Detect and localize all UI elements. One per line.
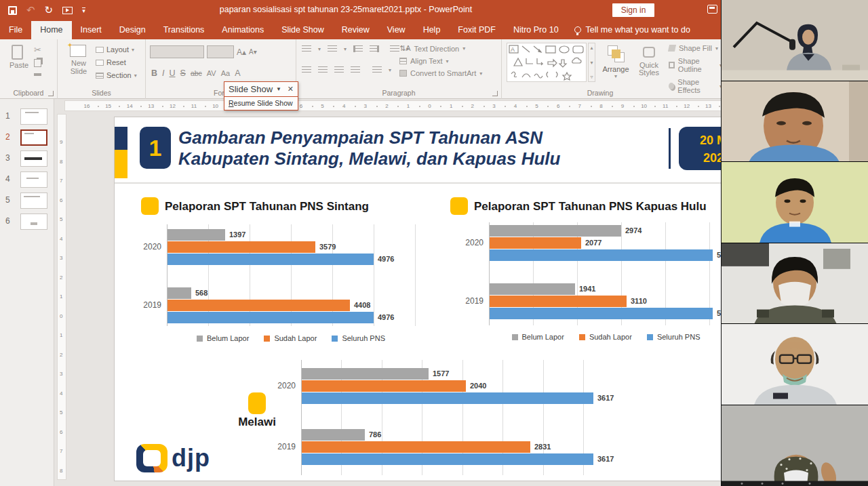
bar-value-label: 1577 [433, 368, 449, 380]
shape-fill-button[interactable]: Shape Fill▾ [669, 44, 722, 52]
sign-in-button[interactable]: Sign in [612, 3, 654, 17]
bar-sudah-lapor [490, 237, 581, 249]
bullets-icon[interactable] [302, 45, 311, 52]
font-name-select[interactable] [150, 45, 204, 58]
ribbon-display-options-icon[interactable] [707, 5, 717, 14]
bar-belum-lapor [302, 368, 429, 380]
slide-thumbnail-3[interactable]: 3 [0, 150, 54, 168]
text-direction-button[interactable]: ⇅A Text Direction▾ [399, 44, 482, 53]
arrange-button[interactable]: Arrange ▾ [601, 44, 631, 79]
new-slide-button[interactable]: ✦ New Slide [66, 45, 92, 75]
tab-help[interactable]: Help [414, 21, 450, 39]
tab-view[interactable]: View [378, 21, 414, 39]
bar-sudah-lapor [490, 296, 627, 307]
align-right-icon[interactable] [334, 66, 344, 73]
font-size-select[interactable] [207, 45, 234, 58]
tab-home[interactable]: Home [31, 21, 71, 39]
video-participant-1-hijab-desk[interactable] [722, 0, 868, 81]
djp-logo-icon [136, 444, 167, 472]
bar-value-label: 3579 [319, 241, 336, 253]
bar-value-label: 3110 [631, 296, 647, 307]
align-text-button[interactable]: Align Text▾ [399, 57, 482, 65]
video-participant-6-hijab-mask[interactable] [722, 405, 868, 486]
copy-icon[interactable] [34, 59, 41, 67]
shrink-font-icon[interactable]: A▾ [249, 48, 257, 56]
resume-slide-show-item[interactable]: Resume Slide Show [224, 97, 298, 110]
font-a-button[interactable]: A [235, 68, 240, 78]
shapes-gallery-scrollbar[interactable]: ▴▾▿ [588, 43, 595, 82]
bar-value-label: 4976 [378, 254, 394, 265]
clipboard-dialog-launcher-icon[interactable] [48, 91, 54, 96]
tab-foxit-pdf[interactable]: Foxit PDF [449, 21, 505, 39]
layout-button[interactable]: Layout▾ [96, 45, 137, 54]
category-label: 2020 [265, 381, 296, 390]
paragraph-dialog-launcher-icon[interactable] [492, 91, 498, 96]
font-s-button[interactable]: S [180, 68, 186, 78]
slide-thumbnail-4[interactable]: 4 [0, 171, 54, 189]
svg-text:A: A [511, 46, 515, 53]
tab-slide-show[interactable]: Slide Show [273, 21, 333, 39]
align-center-icon[interactable] [318, 66, 328, 73]
legend-item: Seluruh PNS [332, 334, 385, 342]
numbering-icon[interactable] [328, 45, 337, 52]
video-participant-4-mask-down[interactable] [722, 243, 868, 325]
tab-file[interactable]: File [0, 21, 31, 39]
font-aa-button[interactable]: Aa [221, 69, 230, 77]
decrease-indent-icon[interactable] [353, 45, 363, 52]
shape-outline-button[interactable]: Shape Outline▾ [669, 57, 722, 73]
bar-value-label: 786 [369, 429, 381, 441]
layout-icon [96, 47, 104, 53]
justify-icon[interactable] [351, 66, 360, 73]
video-participant-3-front[interactable] [722, 162, 868, 243]
slide-thumbnail-5[interactable]: 5 [0, 193, 54, 210]
melawi-label: Melawi [223, 416, 291, 429]
tab-nitro-pro-10[interactable]: Nitro Pro 10 [505, 21, 568, 39]
convert-smartart-button[interactable]: Convert to SmartArt▾ [399, 69, 482, 77]
bar-seluruh-pns [302, 392, 593, 404]
line-spacing-icon[interactable] [390, 45, 399, 52]
cut-icon[interactable]: ✂ [34, 45, 41, 55]
tab-design[interactable]: Design [111, 21, 155, 39]
reset-icon [96, 60, 104, 66]
slide-thumbnail-1[interactable]: 1 [0, 108, 54, 126]
font-b-button[interactable]: B [151, 68, 157, 78]
popup-close-icon[interactable]: ✕ [288, 85, 294, 94]
tab-insert[interactable]: Insert [72, 21, 111, 39]
format-painter-icon[interactable] [34, 73, 41, 76]
increase-indent-icon[interactable] [370, 45, 379, 52]
paste-button[interactable]: Paste [9, 45, 26, 65]
font-u-button[interactable]: U [170, 68, 176, 78]
align-left-icon[interactable] [302, 66, 311, 73]
powerpoint-window: ↶ ↻ ▾ paparan sosialisasi spt tahunan 23… [0, 0, 868, 486]
shapes-gallery[interactable]: A [507, 43, 587, 82]
thumbnail-preview [20, 108, 47, 125]
slide-number: 1 [5, 111, 10, 121]
grow-font-icon[interactable]: A▴ [237, 47, 246, 57]
sintang-chart-title: Pelaporan SPT Tahunan PNS Sintang [165, 200, 369, 214]
slide-show-popup-title[interactable]: Slide Show ▼ ✕ [224, 82, 298, 97]
quick-styles-button[interactable]: Quick Styles [633, 44, 665, 77]
font-abc-button[interactable]: abc [191, 69, 202, 77]
shape-effects-button[interactable]: Shape Effects▾ [669, 78, 722, 94]
bar-sudah-lapor [167, 241, 315, 253]
tab-animations[interactable]: Animations [213, 21, 273, 39]
vertical-ruler: 9876543210123456789 [57, 114, 66, 480]
slide-thumbnail-6[interactable]: 6 [0, 214, 54, 231]
tab-transitions[interactable]: Transitions [155, 21, 214, 39]
tell-me-box[interactable]: Tell me what you want to do [568, 21, 697, 39]
chart-legend: Belum LaporSudah LaporSeluruh PNS [489, 333, 723, 341]
section-button[interactable]: Section▾ [96, 71, 137, 79]
bar-value-label: 4976 [378, 312, 394, 323]
melawi-bullet-icon [248, 392, 266, 414]
video-participant-5-glasses[interactable] [722, 324, 868, 405]
reset-button[interactable]: Reset [96, 58, 137, 66]
slide-thumbnail-2[interactable]: 2 [0, 129, 54, 147]
video-participant-2-closeup[interactable] [722, 81, 868, 163]
bar-seluruh-pns [302, 453, 593, 465]
popup-dropdown-icon[interactable]: ▼ [276, 86, 281, 92]
font-av-button[interactable]: AV [207, 69, 216, 77]
font-i-button[interactable]: I [162, 68, 164, 78]
tab-review[interactable]: Review [333, 21, 378, 39]
columns-icon[interactable] [372, 66, 382, 73]
lightbulb-icon [574, 26, 581, 33]
